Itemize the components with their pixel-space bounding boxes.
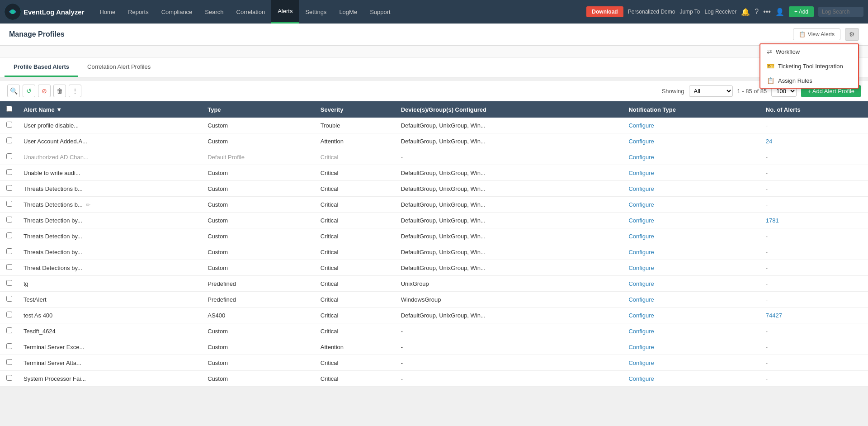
showing-select[interactable]: All Custom Predefined xyxy=(689,85,733,97)
col-notification: Notification Type xyxy=(623,101,760,118)
dropdown-assign-rules-item[interactable]: 📋 Assign Rules xyxy=(760,73,858,88)
row-checkbox[interactable] xyxy=(6,248,12,254)
configure-link[interactable]: Configure xyxy=(628,217,654,224)
nav-search[interactable]: Search xyxy=(198,0,230,24)
row-checkbox[interactable] xyxy=(6,375,12,381)
configure-link[interactable]: Configure xyxy=(628,201,654,208)
configure-link[interactable]: Configure xyxy=(628,296,654,303)
row-alert-count: - xyxy=(760,292,868,308)
configure-link[interactable]: Configure xyxy=(628,138,654,145)
row-notification: Configure xyxy=(623,308,760,323)
alerts-table: Alert Name ▼ Type Severity Device(s)/Gro… xyxy=(0,101,868,387)
bell-icon[interactable]: 🔔 xyxy=(741,8,750,16)
nav-support[interactable]: Support xyxy=(363,0,397,24)
delete-icon-button[interactable]: 🗑 xyxy=(53,85,66,97)
row-checkbox[interactable] xyxy=(6,296,12,302)
nav-home[interactable]: Home xyxy=(93,0,122,24)
row-severity: Critical xyxy=(315,308,396,323)
row-type: Custom xyxy=(202,355,315,371)
tab-profile-based-alerts[interactable]: Profile Based Alerts xyxy=(5,58,78,77)
toolbar: 🔍 ↺ ⊘ 🗑 ⋮ Showing All Custom Predefined … xyxy=(0,81,868,101)
row-devices: DefaultGroup, UnixGroup, Win... xyxy=(396,181,623,197)
settings-gear-button[interactable]: ⚙ xyxy=(845,28,859,41)
configure-link[interactable]: Configure xyxy=(628,375,654,382)
dropdown-ticketing-label: Ticketing Tool Integration xyxy=(778,63,843,70)
no-alerts-dash: - xyxy=(766,360,768,366)
disable-icon-button[interactable]: ⊘ xyxy=(38,85,51,97)
row-notification: Configure xyxy=(623,228,760,244)
configure-link[interactable]: Configure xyxy=(628,185,654,192)
row-alert-name: User Account Added.A... xyxy=(18,133,202,149)
row-checkbox[interactable] xyxy=(6,217,12,222)
alert-count-link[interactable]: 24 xyxy=(766,138,772,145)
row-type: Custom xyxy=(202,260,315,276)
row-type: Custom xyxy=(202,118,315,133)
user-avatar-icon[interactable]: 👤 xyxy=(775,8,784,16)
ellipsis-icon[interactable]: ••• xyxy=(763,8,771,16)
enable-icon-button[interactable]: ↺ xyxy=(23,85,35,97)
alert-count-link[interactable]: 74427 xyxy=(766,312,782,319)
row-checkbox[interactable] xyxy=(6,153,12,159)
row-alert-count: - xyxy=(760,260,868,276)
add-button[interactable]: + Add xyxy=(789,6,814,17)
nav-reports[interactable]: Reports xyxy=(122,0,155,24)
logo[interactable]: EventLog Analyzer xyxy=(5,4,84,20)
configure-link[interactable]: Configure xyxy=(628,328,654,335)
nav-correlation[interactable]: Correlation xyxy=(230,0,272,24)
row-checkbox[interactable] xyxy=(6,122,12,128)
row-alert-name: Tesdft_4624 xyxy=(18,323,202,339)
configure-link[interactable]: Configure xyxy=(628,154,654,161)
configure-link[interactable]: Configure xyxy=(628,312,654,319)
nav-alerts[interactable]: Alerts xyxy=(271,0,299,24)
row-severity: Attention xyxy=(315,339,396,355)
configure-link[interactable]: Configure xyxy=(628,344,654,350)
configure-link[interactable]: Configure xyxy=(628,280,654,287)
more-options-button[interactable]: ⋮ xyxy=(69,85,81,97)
edit-icon[interactable]: ✏ xyxy=(86,202,90,208)
search-icon-button[interactable]: 🔍 xyxy=(7,85,20,97)
configure-link[interactable]: Configure xyxy=(628,265,654,271)
log-search-input[interactable] xyxy=(818,7,863,17)
configure-link[interactable]: Configure xyxy=(628,360,654,366)
jump-to-link[interactable]: Jump To xyxy=(679,9,700,15)
table-header-row: Alert Name ▼ Type Severity Device(s)/Gro… xyxy=(0,101,868,118)
row-checkbox[interactable] xyxy=(6,232,12,238)
log-receiver-link[interactable]: Log Receiver xyxy=(705,9,737,15)
row-checkbox[interactable] xyxy=(6,343,12,349)
row-alert-count: 74427 xyxy=(760,308,868,323)
row-checkbox[interactable] xyxy=(6,280,12,286)
view-alerts-button[interactable]: 📋 View Alerts xyxy=(793,28,840,40)
select-all-checkbox[interactable] xyxy=(6,106,12,112)
row-alert-count: 1781 xyxy=(760,213,868,228)
dropdown-workflow-item[interactable]: ⇄ Workflow xyxy=(760,44,858,59)
row-checkbox[interactable] xyxy=(6,185,12,191)
dropdown-ticketing-item[interactable]: 🎫 Ticketing Tool Integration xyxy=(760,59,858,73)
row-checkbox[interactable] xyxy=(6,169,12,175)
table-row: test As 400 AS400 Critical DefaultGroup,… xyxy=(0,308,868,323)
row-checkbox[interactable] xyxy=(6,327,12,333)
row-alert-count: - xyxy=(760,228,868,244)
row-alert-name: Threats Detection by... xyxy=(18,244,202,260)
download-button[interactable]: Download xyxy=(586,6,623,17)
configure-link[interactable]: Configure xyxy=(628,249,654,256)
nav-compliance[interactable]: Compliance xyxy=(155,0,199,24)
configure-link[interactable]: Configure xyxy=(628,233,654,240)
configure-link[interactable]: Configure xyxy=(628,170,654,176)
row-checkbox[interactable] xyxy=(6,359,12,365)
table-body: User profile disable... Custom Trouble D… xyxy=(0,118,868,387)
row-severity: Critical xyxy=(315,355,396,371)
question-icon[interactable]: ? xyxy=(755,8,759,16)
row-checkbox[interactable] xyxy=(6,201,12,207)
row-checkbox[interactable] xyxy=(6,137,12,143)
nav-logme[interactable]: LogMe xyxy=(333,0,363,24)
row-checkbox-cell xyxy=(0,355,18,371)
row-checkbox[interactable] xyxy=(6,312,12,317)
configure-link[interactable]: Configure xyxy=(628,122,654,129)
toolbar-left: 🔍 ↺ ⊘ 🗑 ⋮ xyxy=(7,85,81,97)
nav-settings[interactable]: Settings xyxy=(299,0,333,24)
personalized-demo-link[interactable]: Personalized Demo xyxy=(628,9,675,15)
tab-correlation-alert-profiles[interactable]: Correlation Alert Profiles xyxy=(78,58,160,77)
alert-count-link[interactable]: 1781 xyxy=(766,217,779,224)
row-checkbox[interactable] xyxy=(6,264,12,270)
row-alert-count: - xyxy=(760,339,868,355)
